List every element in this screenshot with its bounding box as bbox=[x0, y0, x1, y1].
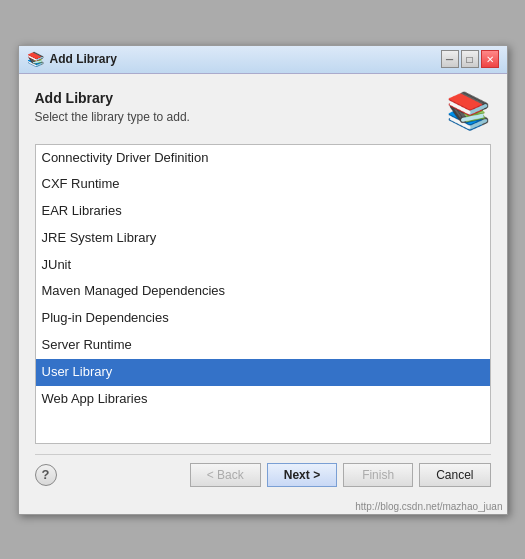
list-item[interactable]: CXF Runtime bbox=[36, 171, 490, 198]
header-subtitle: Select the library type to add. bbox=[35, 110, 434, 124]
footer-buttons: < Back Next > Finish Cancel bbox=[190, 463, 491, 487]
watermark: http://blog.csdn.net/mazhao_juan bbox=[19, 499, 507, 514]
close-button[interactable]: ✕ bbox=[481, 50, 499, 68]
footer-left: ? bbox=[35, 464, 57, 486]
title-bar-title: Add Library bbox=[50, 52, 117, 66]
title-bar-buttons: ─ □ ✕ bbox=[441, 50, 499, 68]
list-item[interactable]: Plug-in Dependencies bbox=[36, 305, 490, 332]
list-item[interactable]: JUnit bbox=[36, 252, 490, 279]
title-bar-icon: 📚 bbox=[27, 51, 44, 67]
list-item[interactable]: Server Runtime bbox=[36, 332, 490, 359]
header-text: Add Library Select the library type to a… bbox=[35, 90, 434, 124]
minimize-button[interactable]: ─ bbox=[441, 50, 459, 68]
title-bar-left: 📚 Add Library bbox=[27, 51, 117, 67]
header-title: Add Library bbox=[35, 90, 434, 106]
next-button[interactable]: Next > bbox=[267, 463, 337, 487]
list-item[interactable]: Maven Managed Dependencies bbox=[36, 278, 490, 305]
maximize-button[interactable]: □ bbox=[461, 50, 479, 68]
list-item[interactable]: Web App Libraries bbox=[36, 386, 490, 413]
cancel-button[interactable]: Cancel bbox=[419, 463, 490, 487]
header-library-icon: 📚 bbox=[446, 90, 491, 132]
title-bar: 📚 Add Library ─ □ ✕ bbox=[19, 46, 507, 74]
list-item[interactable]: Connectivity Driver Definition bbox=[36, 145, 490, 172]
help-button[interactable]: ? bbox=[35, 464, 57, 486]
library-list[interactable]: Connectivity Driver DefinitionCXF Runtim… bbox=[35, 144, 491, 444]
back-button[interactable]: < Back bbox=[190, 463, 261, 487]
list-item[interactable]: User Library bbox=[36, 359, 490, 386]
footer-section: ? < Back Next > Finish Cancel bbox=[35, 454, 491, 491]
list-item[interactable]: EAR Libraries bbox=[36, 198, 490, 225]
finish-button[interactable]: Finish bbox=[343, 463, 413, 487]
add-library-dialog: 📚 Add Library ─ □ ✕ Add Library Select t… bbox=[18, 45, 508, 515]
header-section: Add Library Select the library type to a… bbox=[35, 90, 491, 132]
content-area: Add Library Select the library type to a… bbox=[19, 74, 507, 499]
list-item[interactable]: JRE System Library bbox=[36, 225, 490, 252]
